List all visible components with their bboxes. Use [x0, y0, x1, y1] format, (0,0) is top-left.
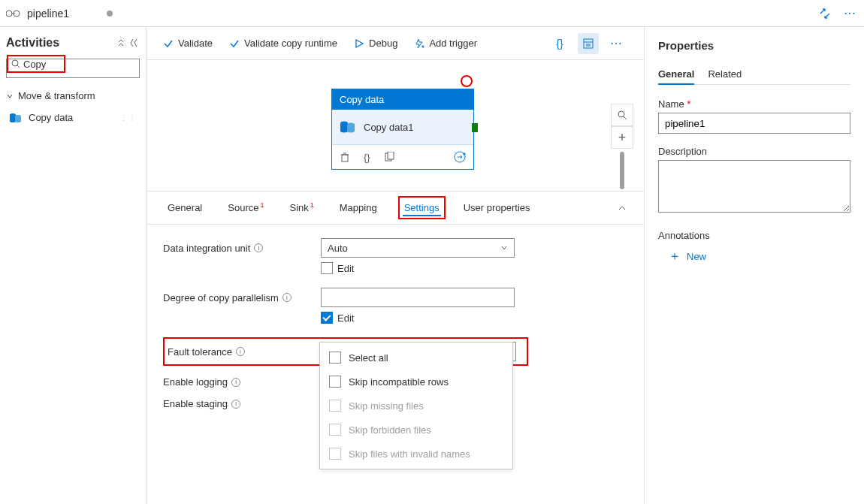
diu-edit-label: Edit [337, 263, 354, 274]
dcp-edit-checkbox[interactable] [321, 312, 333, 324]
checkbox-icon [329, 376, 341, 388]
node-header: Copy data [332, 89, 473, 110]
ft-option-skip-invalid: Skip files with invalid names [320, 442, 512, 466]
unsaved-dot-icon [107, 11, 113, 17]
properties-heading: Properties [658, 39, 850, 52]
tab-source[interactable]: Source1 [223, 194, 268, 221]
canvas[interactable]: Copy data Copy data1 {} [147, 60, 644, 192]
ft-option-skip-missing: Skip missing files [320, 394, 512, 418]
node-name: Copy data1 [364, 122, 414, 133]
chevron-down-icon [6, 92, 14, 100]
info-icon[interactable]: i [231, 400, 240, 409]
activities-panel: Activities Copy Move & transform Copy da… [0, 27, 147, 504]
search-icon [11, 59, 20, 68]
info-icon[interactable]: i [231, 378, 240, 387]
ft-option-skip-incompatible[interactable]: Skip incompatible rows [320, 370, 512, 394]
diu-select[interactable]: Auto [321, 238, 515, 258]
name-input[interactable] [658, 113, 850, 134]
diu-edit-checkbox[interactable] [321, 262, 333, 274]
activities-heading: Activities [6, 36, 116, 50]
zoom-in-button[interactable]: + [611, 126, 633, 149]
center-panel: Validate Validate copy runtime Debug Add… [147, 27, 645, 504]
pipeline-icon [6, 8, 23, 19]
ft-option-select-all[interactable]: Select all [320, 346, 512, 370]
svg-line-32 [624, 116, 627, 119]
svg-point-10 [15, 119, 21, 122]
settings-panel: Data integration unit i Auto Edit Degree… [147, 225, 644, 504]
section-move-transform[interactable]: Move & transform [6, 87, 140, 104]
chevron-down-icon [500, 244, 508, 252]
braces-icon[interactable]: {} [364, 152, 370, 163]
svg-line-4 [17, 65, 20, 68]
delete-icon[interactable] [340, 152, 350, 162]
description-label: Description [658, 146, 850, 157]
validate-runtime-button[interactable]: Validate copy runtime [229, 38, 337, 49]
checkbox-icon [329, 424, 341, 436]
collapse-panel-icon[interactable] [129, 38, 140, 48]
svg-rect-13 [584, 39, 593, 48]
dcp-label: Degree of copy parallelism i [163, 292, 321, 303]
collapse-all-icon[interactable] [116, 38, 126, 48]
search-icon [617, 110, 627, 120]
check-icon [229, 38, 240, 49]
info-icon[interactable]: i [254, 243, 263, 252]
code-view-button[interactable]: {} [549, 33, 570, 54]
drag-grip-icon: ⋮⋮ [120, 113, 137, 122]
more-icon[interactable]: ⋯ [843, 6, 858, 21]
activities-search-highlight: Copy [7, 55, 65, 73]
ft-option-skip-forbidden: Skip forbidden files [320, 418, 512, 442]
collapse-details-button[interactable] [617, 203, 627, 213]
play-icon [354, 38, 364, 49]
copy-data-node[interactable]: Copy data Copy data1 {} [331, 89, 474, 170]
info-icon[interactable]: i [236, 347, 245, 356]
success-handle[interactable] [472, 123, 478, 132]
ft-label: Fault tolerance i [168, 346, 322, 358]
activities-search-row: Copy [6, 59, 140, 78]
activity-copy-data[interactable]: Copy data ⋮⋮ [6, 107, 140, 128]
properties-toggle-button[interactable] [578, 33, 599, 54]
tab-mapping[interactable]: Mapping [335, 195, 382, 221]
svg-point-7 [10, 119, 16, 122]
tab-sink[interactable]: Sink1 [285, 194, 318, 221]
activities-search-input[interactable]: Copy [23, 59, 46, 70]
tab-settings[interactable]: Settings [398, 196, 446, 219]
description-input[interactable] [658, 160, 850, 213]
fault-tolerance-dropdown: Select all Skip incompatible rows Skip m… [319, 342, 513, 469]
svg-point-19 [340, 129, 348, 133]
check-icon [163, 38, 174, 49]
toolbar-more-icon[interactable]: ⋯ [606, 33, 627, 54]
node-body: Copy data1 [332, 110, 473, 144]
checkbox-icon [329, 400, 341, 412]
search-canvas-button[interactable] [611, 104, 633, 126]
node-actions: {} [332, 144, 473, 169]
checkbox-icon [329, 448, 341, 460]
diu-label: Data integration unit i [163, 243, 321, 254]
svg-point-22 [347, 129, 355, 133]
pipeline-title[interactable]: pipeline1 [27, 8, 69, 20]
chevron-up-icon [617, 203, 627, 213]
dcp-input[interactable] [321, 288, 515, 307]
svg-rect-23 [342, 155, 348, 161]
tab-user-properties[interactable]: User properties [459, 195, 535, 221]
expand-icon[interactable] [817, 6, 832, 21]
props-tab-general[interactable]: General [658, 64, 694, 84]
plus-icon: ＋ [669, 249, 681, 264]
add-output-icon[interactable] [454, 151, 466, 163]
tab-general[interactable]: General [163, 195, 207, 221]
properties-panel: Properties General Related Name * Descri… [645, 27, 864, 504]
info-icon[interactable]: i [282, 293, 292, 302]
svg-rect-0 [6, 11, 12, 17]
debug-button[interactable]: Debug [354, 38, 397, 49]
zoom-slider[interactable] [620, 152, 624, 189]
add-annotation-button[interactable]: ＋ New [669, 249, 850, 264]
add-trigger-button[interactable]: Add trigger [414, 38, 477, 49]
props-tab-related[interactable]: Related [708, 64, 742, 84]
tab-bar: pipeline1 ⋯ [0, 0, 864, 27]
checkbox-icon [329, 352, 341, 364]
copy-data-icon [340, 120, 356, 134]
detail-tabs: General Source1 Sink1 Mapping Settings U… [147, 192, 644, 225]
copy-icon[interactable] [384, 152, 394, 162]
copy-data-icon [9, 113, 23, 123]
enable-staging-label: Enable staging i [163, 398, 321, 409]
validate-button[interactable]: Validate [163, 38, 213, 49]
